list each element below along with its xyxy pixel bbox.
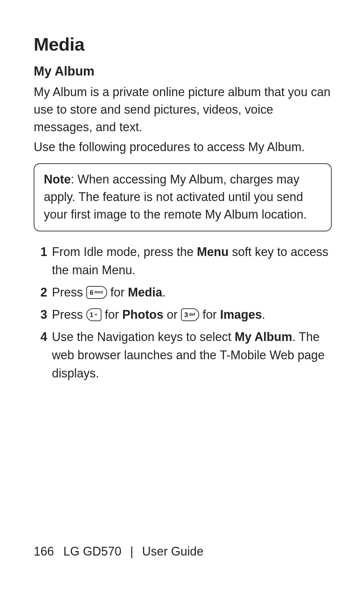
step-3: Press 1∞ for Photos or 3def for Images. — [34, 306, 334, 324]
step-1-text-a: From Idle mode, press the — [52, 245, 197, 259]
step-4-text-a: Use the Navigation keys to select — [52, 330, 235, 344]
step-1-menu: Menu — [197, 245, 229, 259]
step-3-for1: for — [105, 308, 122, 321]
step-3-end: . — [262, 308, 265, 321]
key-6-sub: mno — [94, 290, 103, 294]
key-1-main: 1 — [90, 311, 93, 318]
guide-label: User Guide — [142, 544, 204, 558]
page-number: 166 — [34, 544, 54, 558]
page-title: Media — [34, 34, 334, 55]
key-1-icon: 1∞ — [86, 308, 101, 321]
note-box: Note: When accessing My Album, charges m… — [34, 163, 332, 232]
intro-paragraph-1: My Album is a private online picture alb… — [34, 83, 334, 136]
step-4-myalbum: My Album — [235, 330, 292, 344]
procedure-list: From Idle mode, press the Menu soft key … — [34, 243, 334, 383]
step-2-press: Press — [52, 285, 86, 299]
key-6-main: 6 — [90, 289, 93, 296]
key-6-icon: 6mno — [86, 286, 107, 299]
section-heading: My Album — [34, 64, 334, 79]
step-1: From Idle mode, press the Menu soft key … — [34, 243, 334, 279]
document-page: Media My Album My Album is a private onl… — [0, 0, 364, 383]
step-3-photos: Photos — [122, 308, 163, 321]
key-3-icon: 3def — [181, 308, 199, 321]
step-4: Use the Navigation keys to select My Alb… — [34, 328, 334, 383]
page-footer: 166 LG GD570 | User Guide — [34, 544, 204, 559]
key-3-sub: def — [189, 312, 195, 316]
intro-block: My Album is a private online picture alb… — [34, 83, 334, 156]
step-3-or: or — [163, 308, 181, 321]
key-3-main: 3 — [184, 311, 188, 318]
step-3-for2: for — [203, 308, 220, 321]
step-2-media: Media — [128, 285, 162, 299]
intro-paragraph-2: Use the following procedures to access M… — [34, 138, 334, 156]
step-2: Press 6mno for Media. — [34, 283, 334, 302]
note-body: : When accessing My Album, charges may a… — [44, 172, 307, 221]
product-name: LG GD570 — [63, 544, 121, 558]
footer-separator: | — [130, 544, 133, 558]
step-3-images: Images — [220, 308, 262, 321]
note-label: Note — [44, 172, 71, 186]
step-3-press: Press — [52, 308, 86, 321]
step-2-for: for — [111, 285, 128, 299]
key-1-sub: ∞ — [94, 312, 97, 316]
step-2-end: . — [162, 285, 166, 299]
